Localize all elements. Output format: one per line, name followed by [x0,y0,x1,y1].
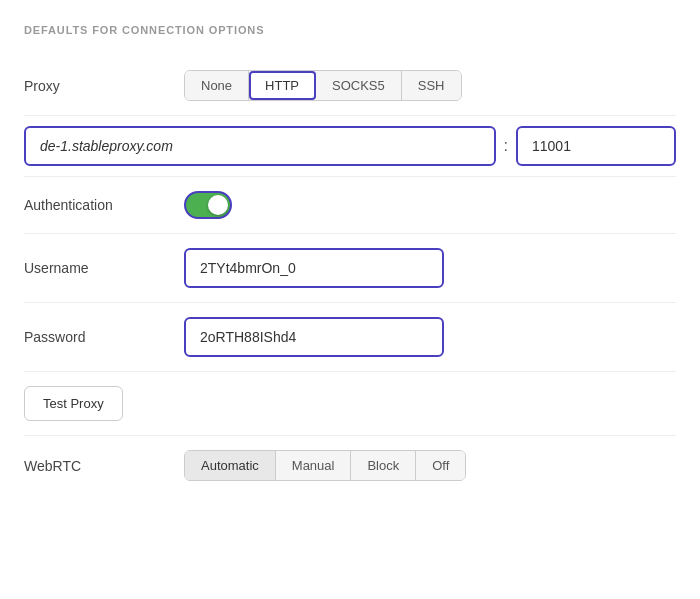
webrtc-option-automatic[interactable]: Automatic [185,451,276,480]
authentication-row: Authentication [24,177,676,234]
webrtc-content: Automatic Manual Block Off [184,450,676,481]
authentication-label: Authentication [24,197,184,213]
proxy-option-ssh[interactable]: SSH [402,71,461,100]
authentication-content [184,191,676,219]
username-input[interactable] [184,248,444,288]
proxy-segment-group: None HTTP SOCKS5 SSH [184,70,462,101]
proxy-colon: : [496,137,516,155]
proxy-row: Proxy None HTTP SOCKS5 SSH [24,56,676,116]
proxy-host-port-row: : [24,116,676,177]
proxy-option-socks5[interactable]: SOCKS5 [316,71,402,100]
username-content [184,248,676,288]
webrtc-option-off[interactable]: Off [416,451,465,480]
password-input[interactable] [184,317,444,357]
proxy-options: None HTTP SOCKS5 SSH [184,70,676,101]
authentication-toggle[interactable] [184,191,232,219]
test-proxy-button[interactable]: Test Proxy [24,386,123,421]
password-label: Password [24,329,184,345]
webrtc-segment-group: Automatic Manual Block Off [184,450,466,481]
password-row: Password [24,303,676,372]
proxy-host-input[interactable] [24,126,496,166]
password-content [184,317,676,357]
webrtc-option-block[interactable]: Block [351,451,416,480]
test-proxy-wrap: Test Proxy [24,372,676,435]
proxy-option-http[interactable]: HTTP [249,71,316,100]
webrtc-row: WebRTC Automatic Manual Block Off [24,436,676,495]
webrtc-option-manual[interactable]: Manual [276,451,352,480]
proxy-port-input[interactable] [516,126,676,166]
proxy-label: Proxy [24,78,184,94]
toggle-slider [184,191,232,219]
username-label: Username [24,260,184,276]
webrtc-label: WebRTC [24,458,184,474]
username-row: Username [24,234,676,303]
section-title: DEFAULTS FOR CONNECTION OPTIONS [24,24,676,36]
proxy-option-none[interactable]: None [185,71,249,100]
